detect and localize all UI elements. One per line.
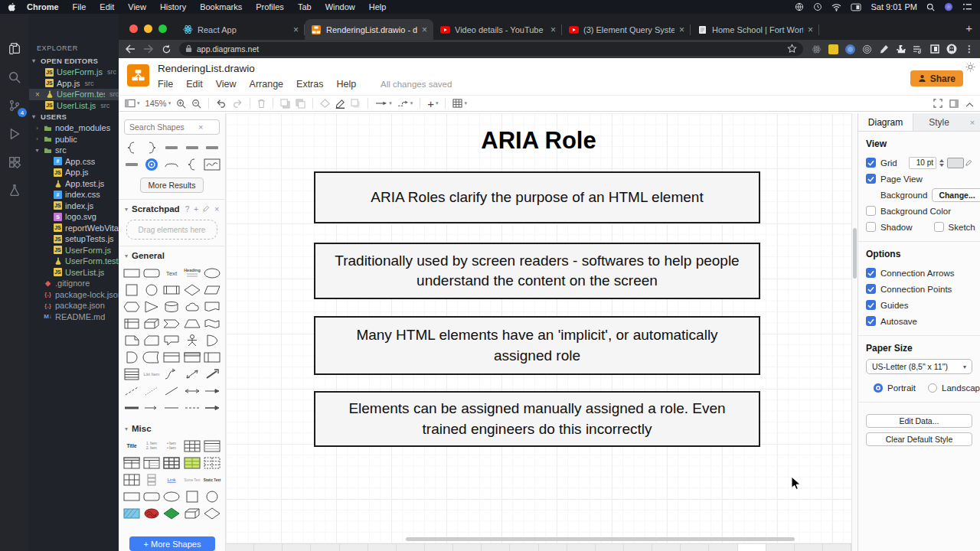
page-tab-9[interactable] (453, 544, 482, 551)
landscape-radio[interactable] (928, 383, 937, 393)
shape-cylinder[interactable] (162, 298, 181, 315)
sketch-checkbox[interactable] (934, 222, 944, 232)
paper-size-select[interactable]: US-Letter (8,5" x 11") ▾ (866, 359, 972, 374)
shape-rounded-rectangle[interactable] (142, 265, 162, 282)
open-editor-App.js[interactable]: JS App.js src (29, 78, 119, 90)
menu-item-help[interactable]: Help (369, 2, 387, 11)
page-tab-16[interactable] (652, 544, 681, 551)
background-color-checkbox[interactable] (866, 206, 876, 216)
browser-tab-0[interactable]: React App × (176, 19, 305, 40)
browser-tab-1[interactable]: RenderingList.drawio - draw.io × (305, 19, 433, 40)
tree-item-UserForm.test.js[interactable]: UserForm.test.js (29, 256, 119, 267)
result-shape-blue-shape[interactable] (142, 156, 162, 173)
shape-filled-edge[interactable] (202, 399, 221, 416)
menu-item-chrome[interactable]: Chrome (27, 2, 59, 11)
page-tab-6[interactable] (368, 544, 397, 551)
menubar-clock[interactable]: Sat 9:01 PM (871, 2, 917, 11)
edit-data-button[interactable]: Edit Data... (866, 414, 972, 428)
reload-icon[interactable] (162, 44, 172, 54)
tree-item-App.js[interactable]: JS App.js (29, 167, 119, 178)
shape-highlight-table[interactable] (182, 455, 201, 471)
sidebar-toggle-icon[interactable]: ▾ (125, 99, 140, 108)
menu-item-view[interactable]: View (128, 2, 146, 11)
shape-plain-text[interactable]: Some Text (182, 471, 201, 488)
shape-horizontal-line[interactable] (162, 399, 181, 416)
tree-item-logo.svg[interactable]: S logo.svg (29, 211, 119, 223)
page-tab-8[interactable] (425, 544, 453, 551)
result-shape-over-brace[interactable] (162, 156, 181, 173)
diagram-box-3[interactable]: Many HTML elements have an 'implicit', o… (314, 316, 760, 375)
shape-callout[interactable] (162, 332, 181, 349)
shape-diamond[interactable] (202, 505, 221, 522)
drawio-menu-edit[interactable]: Edit (186, 79, 203, 90)
shape-square[interactable] (182, 488, 201, 505)
shape-dashed-table[interactable] (202, 455, 221, 471)
scrollbar-thumb[interactable] (853, 228, 857, 279)
save-status[interactable]: All changes saved (381, 80, 452, 89)
close-icon[interactable]: × (965, 113, 980, 131)
page-tab-21[interactable] (795, 544, 823, 551)
close-tab-icon[interactable]: × (808, 24, 813, 35)
redo-icon[interactable] (232, 99, 243, 108)
to-back-icon[interactable] (296, 99, 305, 109)
close-tab-icon[interactable]: × (422, 24, 427, 35)
table-icon[interactable]: ▾ (452, 99, 467, 108)
tree-item-UserList.js[interactable]: JS UserList.js (29, 267, 119, 279)
shape-bulleted-list[interactable]: • Item• Item (162, 438, 181, 455)
shape-card[interactable] (142, 332, 162, 349)
shape-cube[interactable] (142, 315, 162, 332)
menu-item-bookmarks[interactable]: Bookmarks (200, 2, 242, 11)
diagram-title-shape[interactable]: ARIA Role (226, 127, 851, 155)
shape-sidebar-container[interactable] (202, 349, 221, 366)
shape-directional-connector[interactable] (142, 399, 162, 416)
shape-search-input[interactable] (129, 122, 195, 132)
clear-default-style-button[interactable]: Clear Default Style (866, 432, 972, 446)
tab-diagram[interactable]: Diagram (858, 113, 913, 131)
open-editors-header[interactable]: ▾ OPEN EDITORS (29, 55, 119, 67)
tree-item-App.test.js[interactable]: App.test.js (29, 178, 119, 190)
tree-item-index.js[interactable]: JS index.js (29, 201, 119, 212)
menu-item-edit[interactable]: Edit (100, 2, 114, 11)
shape-note[interactable] (122, 332, 142, 349)
testing-icon[interactable] (5, 181, 24, 200)
kebab-menu-icon[interactable]: ⋮ (965, 44, 974, 54)
diagram-box-1[interactable]: ARIA Roles clarify the purpose of an HTM… (314, 171, 760, 223)
page-tab-1[interactable] (226, 544, 254, 551)
shape-table-striped[interactable] (202, 438, 221, 455)
browser-tab-4[interactable]: Home School | Fort Worth Zoo × (691, 19, 819, 40)
shape-link-text[interactable]: Link (162, 471, 181, 488)
shape-square[interactable] (122, 282, 142, 298)
tree-item-index.css[interactable]: # index.css (29, 189, 119, 201)
shape-cross-table[interactable] (122, 471, 142, 488)
tree-item-.gitignore[interactable]: ◆ .gitignore (29, 278, 119, 289)
annotate-extension-icon[interactable] (878, 44, 890, 55)
fullscreen-icon[interactable] (933, 99, 942, 109)
browser-tab-3[interactable]: (3) Element Query System in H × (562, 19, 691, 40)
share-button[interactable]: Share (910, 70, 963, 86)
shape-ellipse[interactable] (162, 488, 181, 505)
fill-color-icon[interactable] (320, 99, 330, 108)
shape-trapezoid[interactable] (182, 315, 201, 332)
recorder-extension-icon[interactable] (861, 44, 873, 55)
wifi-icon[interactable] (831, 3, 841, 11)
shape-data-storage[interactable] (142, 349, 162, 366)
general-section-header[interactable]: ▾ General (119, 246, 225, 263)
shape-or[interactable] (202, 332, 221, 349)
files-icon[interactable] (5, 40, 24, 58)
react-devtools-icon[interactable] (811, 44, 822, 55)
source-control-icon[interactable]: 4 (5, 96, 24, 115)
tree-item-public[interactable]: › public (29, 134, 119, 145)
shape-triangle[interactable] (142, 298, 162, 315)
shape-list[interactable] (122, 366, 142, 383)
page-tab-10[interactable] (482, 544, 510, 551)
edit-icon[interactable] (203, 205, 210, 214)
connection-arrows-checkbox[interactable] (866, 268, 876, 278)
result-shape-brace-left[interactable] (182, 156, 201, 173)
extensions-puzzle-icon[interactable] (895, 44, 906, 55)
minimize-button[interactable] (144, 24, 152, 33)
recent-icon[interactable] (813, 2, 822, 11)
forward-icon[interactable] (143, 44, 154, 54)
shape-titled-table[interactable] (122, 455, 142, 471)
shape-table[interactable] (182, 438, 201, 455)
tree-item-src[interactable]: ▾ src (29, 145, 119, 156)
